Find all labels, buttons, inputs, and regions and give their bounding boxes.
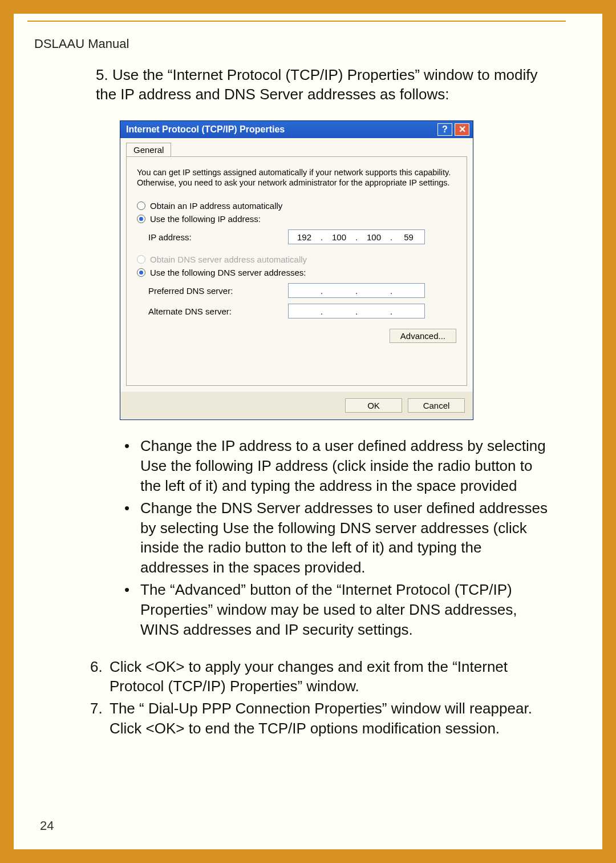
bullet-icon: • — [124, 436, 140, 495]
ip-octet-1: 192 — [292, 232, 317, 242]
step-6: 6. Click <OK> to apply your changes and … — [90, 657, 552, 697]
ip-octet-2: 100 — [327, 232, 352, 242]
advanced-button[interactable]: Advanced... — [390, 329, 456, 343]
radio-icon-unselected — [137, 201, 145, 210]
radio-label: Use the following IP address: — [150, 214, 261, 224]
close-icon: ✕ — [459, 124, 466, 135]
list-item: •The “Advanced” button of the “Internet … — [124, 580, 552, 639]
list-item: •Change the IP address to a user defined… — [124, 436, 552, 495]
dialog-title: Internet Protocol (TCP/IP) Properties — [124, 124, 285, 135]
radio-label: Obtain DNS server address automatically — [150, 255, 307, 264]
step-5: 5. Use the “Internet Protocol (TCP/IP) P… — [96, 65, 552, 104]
ip-address-input[interactable]: 192. 100. 100. 59 — [288, 229, 425, 244]
cancel-button[interactable]: Cancel — [408, 398, 465, 413]
radio-use-following-ip[interactable]: Use the following IP address: — [137, 214, 456, 224]
manual-title: DSLAAU Manual — [34, 37, 566, 51]
tab-general[interactable]: General — [126, 143, 171, 156]
preferred-dns-input[interactable]: ... — [288, 283, 425, 298]
radio-icon-selected — [137, 215, 145, 223]
step-6-number: 6. — [90, 657, 110, 697]
step-6-text: Click <OK> to apply your changes and exi… — [110, 657, 552, 697]
alternate-dns-input[interactable]: ... — [288, 304, 425, 318]
ok-button[interactable]: OK — [345, 398, 402, 413]
ip-address-label: IP address: — [148, 232, 288, 242]
dialog-titlebar: Internet Protocol (TCP/IP) Properties ? … — [120, 121, 473, 138]
radio-obtain-ip-auto[interactable]: Obtain an IP address automatically — [137, 201, 456, 211]
bullet-icon: • — [124, 580, 140, 639]
help-icon: ? — [442, 124, 448, 135]
radio-label: Use the following DNS server addresses: — [150, 268, 306, 277]
tcpip-properties-dialog: Internet Protocol (TCP/IP) Properties ? … — [120, 120, 473, 421]
radio-label: Obtain an IP address automatically — [150, 201, 282, 211]
list-item: •Change the DNS Server addresses to user… — [124, 498, 552, 578]
ip-octet-4: 59 — [396, 232, 422, 242]
step-7-number: 7. — [90, 699, 110, 739]
radio-icon-selected — [137, 268, 145, 277]
radio-use-following-dns[interactable]: Use the following DNS server addresses: — [137, 268, 456, 277]
step-5-text: Use the “Internet Protocol (TCP/IP) Prop… — [96, 66, 538, 103]
radio-obtain-dns-auto: Obtain DNS server address automatically — [137, 255, 456, 264]
radio-icon-disabled — [137, 255, 145, 264]
page-number: 24 — [40, 818, 54, 833]
step-7-text: The “ Dial-Up PPP Connection Properties”… — [110, 699, 552, 739]
ip-octet-3: 100 — [362, 232, 387, 242]
top-rule — [27, 21, 566, 22]
step-5-number: 5. — [96, 66, 108, 83]
step-7: 7. The “ Dial-Up PPP Connection Properti… — [90, 699, 552, 739]
general-panel: You can get IP settings assigned automat… — [126, 156, 467, 386]
bullet-icon: • — [124, 498, 140, 578]
alternate-dns-label: Alternate DNS server: — [148, 307, 288, 316]
close-button[interactable]: ✕ — [455, 123, 469, 136]
bullet-list: •Change the IP address to a user defined… — [124, 436, 552, 639]
preferred-dns-label: Preferred DNS server: — [148, 286, 288, 296]
help-button[interactable]: ? — [437, 123, 452, 136]
panel-description: You can get IP settings assigned automat… — [137, 167, 456, 189]
